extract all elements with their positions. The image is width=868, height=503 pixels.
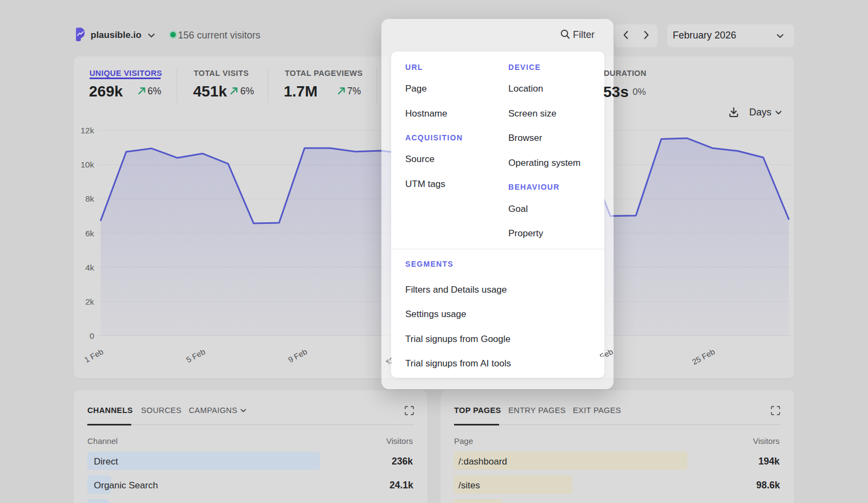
svg-text:13 Feb: 13 Feb	[385, 353, 392, 363]
svg-text:6k: 6k	[85, 229, 94, 238]
svg-text:21 Feb: 21 Feb	[599, 347, 614, 357]
svg-text:4k: 4k	[85, 263, 94, 272]
svg-text:5 Feb: 5 Feb	[185, 347, 207, 365]
svg-text:1 Feb: 1 Feb	[83, 347, 105, 365]
svg-text:2k: 2k	[85, 297, 94, 306]
svg-text:25 Feb: 25 Feb	[691, 347, 716, 366]
svg-text:9 Feb: 9 Feb	[287, 347, 309, 365]
svg-text:8k: 8k	[85, 194, 94, 203]
svg-text:10k: 10k	[81, 160, 94, 169]
svg-text:12k: 12k	[81, 126, 94, 135]
svg-text:0: 0	[90, 331, 94, 340]
